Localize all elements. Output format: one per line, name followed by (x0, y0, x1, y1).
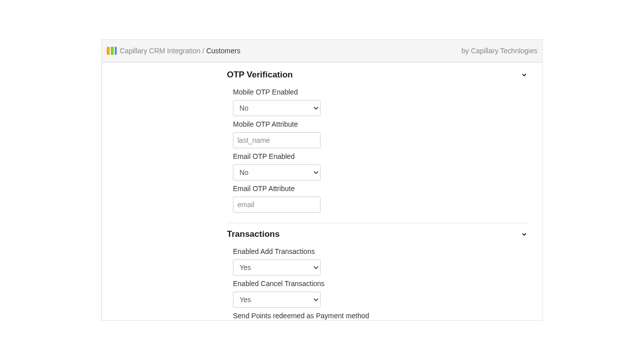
field-email-otp-enabled: Email OTP Enabled No (233, 152, 528, 180)
section-otp-verification: OTP Verification Mobile OTP Enabled No M… (227, 68, 528, 223)
field-mobile-otp-enabled: Mobile OTP Enabled No (233, 88, 528, 116)
label-send-points: Send Points redeemed as Payment method (233, 312, 528, 320)
select-mobile-otp-enabled[interactable]: No (233, 100, 320, 116)
breadcrumb-current: Customers (206, 47, 240, 55)
input-mobile-otp-attribute[interactable] (233, 132, 320, 148)
field-email-otp-attribute: Email OTP Attribute (233, 185, 528, 213)
section-header-otp[interactable]: OTP Verification (227, 68, 528, 84)
config-panel: Capillary CRM Integration / Customers by… (101, 39, 543, 321)
field-enabled-cancel-transactions: Enabled Cancel Transactions Yes (233, 280, 528, 308)
vendor-label: by Capillary Technlogies (461, 47, 537, 55)
vendor-logo-icon (107, 47, 117, 55)
panel-header: Capillary CRM Integration / Customers by… (102, 40, 542, 62)
label-email-otp-enabled: Email OTP Enabled (233, 152, 528, 160)
field-enabled-add-transactions: Enabled Add Transactions Yes (233, 247, 528, 276)
content-area: OTP Verification Mobile OTP Enabled No M… (102, 62, 542, 320)
label-email-otp-attribute: Email OTP Attribute (233, 185, 528, 193)
chevron-down-icon (520, 71, 528, 79)
field-mobile-otp-attribute: Mobile OTP Attribute (233, 120, 528, 148)
field-send-points-redeemed: Send Points redeemed as Payment method (233, 312, 528, 320)
select-email-otp-enabled[interactable]: No (233, 164, 320, 180)
select-enabled-add[interactable]: Yes (233, 259, 320, 276)
settings-form: OTP Verification Mobile OTP Enabled No M… (102, 62, 542, 320)
label-mobile-otp-attribute: Mobile OTP Attribute (233, 120, 528, 128)
label-enabled-cancel: Enabled Cancel Transactions (233, 280, 528, 288)
label-mobile-otp-enabled: Mobile OTP Enabled (233, 88, 528, 96)
chevron-down-icon (520, 230, 528, 238)
breadcrumb-text: Capillary CRM Integration / Customers (120, 47, 240, 55)
section-title-transactions: Transactions (227, 229, 280, 239)
input-email-otp-attribute[interactable] (233, 197, 320, 213)
breadcrumb-separator: / (202, 47, 204, 55)
select-enabled-cancel[interactable]: Yes (233, 292, 320, 308)
label-enabled-add: Enabled Add Transactions (233, 247, 528, 255)
breadcrumb-root[interactable]: Capillary CRM Integration (120, 47, 200, 55)
section-transactions: Transactions Enabled Add Transactions Ye… (227, 227, 528, 321)
breadcrumb: Capillary CRM Integration / Customers (107, 47, 240, 55)
section-title-otp: OTP Verification (227, 70, 293, 80)
section-header-transactions[interactable]: Transactions (227, 227, 528, 243)
